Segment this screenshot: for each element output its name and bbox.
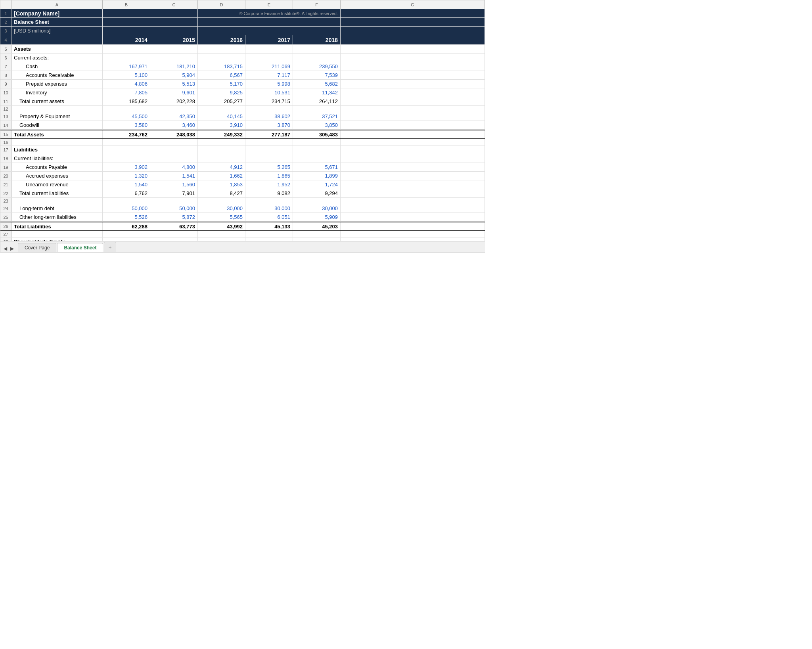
tab-add-button[interactable]: +	[104, 242, 116, 252]
cell-7g	[341, 62, 485, 71]
cell-28g	[341, 237, 485, 241]
oltl-2017: 6,051	[245, 213, 293, 221]
row-num-12: 12	[0, 106, 11, 112]
cell-12g	[341, 106, 485, 112]
total-assets-label: Total Assets	[11, 130, 103, 138]
cell-12e	[245, 106, 293, 112]
cell-17c	[150, 145, 198, 154]
cell-27f	[293, 231, 341, 237]
tab-nav-prev[interactable]: ◀	[2, 245, 9, 252]
table-row: 15 Total Assets 234,762 248,038 249,332 …	[0, 130, 485, 139]
cell-27g	[341, 231, 485, 237]
oltl-2018: 5,909	[293, 213, 341, 221]
tab-nav-next[interactable]: ▶	[9, 245, 15, 252]
cell-11g	[341, 97, 485, 105]
inventory-2018: 11,342	[293, 88, 341, 97]
column-header-row: A B C D E F G	[0, 0, 485, 9]
oltl-2016: 5,565	[198, 213, 245, 221]
ta-2018: 305,483	[293, 130, 341, 138]
oltl-2015: 5,872	[150, 213, 198, 221]
cell-5e	[245, 45, 293, 53]
cell-6f	[293, 54, 341, 62]
col-header-g: G	[341, 0, 485, 9]
unearned-2014: 1,540	[103, 180, 150, 189]
row-num-1: 1	[0, 9, 11, 17]
year-2016: 2016	[198, 35, 245, 44]
inventory-2016: 9,825	[198, 88, 245, 97]
tab-balance-sheet[interactable]: Balance Sheet	[57, 243, 103, 252]
row-num-18: 18	[0, 154, 11, 163]
cell-16c	[150, 139, 198, 145]
cell-12d	[198, 106, 245, 112]
cell-23g	[341, 198, 485, 204]
tca-2017: 234,715	[245, 97, 293, 105]
row-num-7: 7	[0, 62, 11, 71]
row-num-20: 20	[0, 172, 11, 180]
row-num-28: 28	[0, 237, 11, 241]
goodwill-2017: 3,870	[245, 121, 293, 129]
cell-16a	[11, 139, 103, 145]
table-row: 21 Unearned revenue 1,540 1,560 1,853 1,…	[0, 180, 485, 189]
cell-10g	[341, 88, 485, 97]
prepaid-2014: 4,806	[103, 80, 150, 88]
row-num-2: 2	[0, 18, 11, 26]
cell-12c	[150, 106, 198, 112]
ta-2016: 249,332	[198, 130, 245, 138]
cell-17b	[103, 145, 150, 154]
cell-16g	[341, 139, 485, 145]
table-row: 13 Property & Equipment 45,500 42,350 40…	[0, 112, 485, 121]
cell-1g	[341, 9, 485, 17]
table-row: 12	[0, 106, 485, 112]
table-row: 24 Long-term debt 50,000 50,000 30,000 3…	[0, 204, 485, 213]
cell-6d	[198, 54, 245, 62]
cell-18e	[245, 154, 293, 163]
cell-16e	[245, 139, 293, 145]
ppe-2014: 45,500	[103, 112, 150, 121]
ar-2017: 7,117	[245, 71, 293, 79]
oltl-2014: 5,526	[103, 213, 150, 221]
year-2017: 2017	[245, 35, 293, 44]
cell-23a	[11, 198, 103, 204]
col-header-b: B	[103, 0, 150, 9]
row-num-23: 23	[0, 198, 11, 204]
cash-2016: 183,715	[198, 62, 245, 71]
cell-2d	[198, 18, 341, 26]
ltd-2016: 30,000	[198, 204, 245, 213]
cell-23f	[293, 198, 341, 204]
table-row: 22 Total current liabilities 6,762 7,901…	[0, 189, 485, 198]
grid-body: 1 [Company Name] © Corporate Finance Ins…	[0, 9, 485, 241]
accrued-2017: 1,865	[245, 172, 293, 180]
ap-2015: 4,800	[150, 163, 198, 171]
prepaid-2017: 5,998	[245, 80, 293, 88]
table-row: 27	[0, 231, 485, 237]
inventory-label: Inventory	[11, 88, 103, 97]
cell-1b	[103, 9, 150, 17]
tab-cover-page[interactable]: Cover Page	[18, 243, 56, 252]
table-row: 17 Liabilities	[0, 145, 485, 154]
cell-12b	[103, 106, 150, 112]
col-header-a: A	[11, 0, 103, 9]
table-row: 25 Other long-term liabilities 5,526 5,8…	[0, 213, 485, 222]
cell-25g	[341, 213, 485, 221]
goodwill-2014: 3,580	[103, 121, 150, 129]
table-row: 1 [Company Name] © Corporate Finance Ins…	[0, 9, 485, 18]
ta-2014: 234,762	[103, 130, 150, 138]
prepaid-label: Prepaid expenses	[11, 80, 103, 88]
unearned-2015: 1,560	[150, 180, 198, 189]
table-row: 28 Shareholder's Equity	[0, 237, 485, 241]
row-num-6: 6	[0, 54, 11, 62]
corner-cell	[0, 0, 11, 9]
cell-2c	[150, 18, 198, 26]
accrued-2016: 1,662	[198, 172, 245, 180]
cell-23c	[150, 198, 198, 204]
cell-5d	[198, 45, 245, 53]
col-header-e: E	[245, 0, 293, 9]
cell-12a	[11, 106, 103, 112]
ppe-2017: 38,602	[245, 112, 293, 121]
cash-label: Cash	[11, 62, 103, 71]
liabilities-label: Liabilities	[11, 145, 103, 154]
prepaid-2016: 5,170	[198, 80, 245, 88]
table-row: 5 Assets	[0, 45, 485, 54]
cash-2014: 167,971	[103, 62, 150, 71]
row-num-10: 10	[0, 88, 11, 97]
